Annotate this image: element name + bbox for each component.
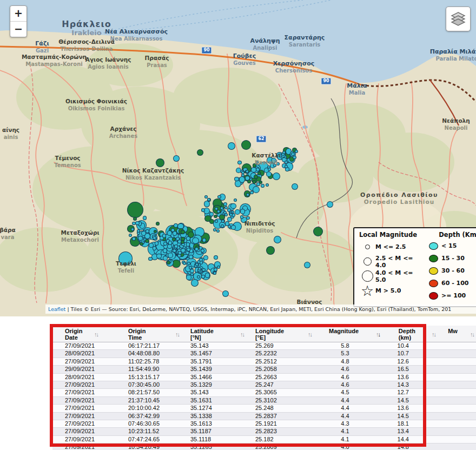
column-header-latitude[interactable]: Latitude[°N]↑↓ (187, 326, 252, 342)
earthquake-marker[interactable] (285, 165, 288, 168)
earthquake-marker[interactable] (186, 236, 190, 241)
column-header-mw[interactable]: ↑↓Mw↑↓ (425, 326, 476, 342)
earthquake-marker[interactable] (155, 241, 159, 246)
sort-icon[interactable]: ↑↓ (175, 328, 179, 338)
earthquake-marker[interactable] (255, 161, 259, 164)
earthquake-marker[interactable] (223, 202, 227, 206)
earthquake-marker[interactable] (201, 249, 204, 253)
earthquake-marker[interactable] (220, 207, 223, 210)
earthquake-marker[interactable] (246, 170, 249, 173)
earthquake-marker[interactable] (143, 216, 147, 220)
earthquake-marker[interactable] (162, 234, 166, 237)
earthquake-marker[interactable] (201, 275, 205, 279)
earthquake-marker[interactable] (163, 248, 167, 253)
earthquake-marker[interactable] (156, 158, 164, 167)
earthquake-marker[interactable] (246, 193, 249, 196)
earthquake-marker[interactable] (156, 254, 161, 259)
earthquake-marker[interactable] (215, 207, 218, 210)
earthquake-marker[interactable] (304, 262, 310, 268)
earthquake-marker[interactable] (239, 176, 245, 182)
earthquake-marker[interactable] (131, 228, 134, 231)
earthquake-marker[interactable] (228, 142, 235, 150)
earthquake-marker[interactable] (186, 242, 190, 246)
earthquake-marker[interactable] (138, 236, 143, 241)
earthquake-marker[interactable] (293, 156, 296, 159)
column-header-origin[interactable]: OriginTime↑↓ (116, 326, 187, 342)
earthquake-marker[interactable] (231, 225, 236, 230)
earthquake-marker[interactable] (127, 202, 143, 218)
earthquake-marker[interactable] (213, 272, 216, 275)
earthquake-marker[interactable] (163, 256, 168, 261)
earthquake-marker[interactable] (197, 149, 203, 156)
sort-icon[interactable]: ↑↓ (240, 328, 244, 338)
earthquake-marker[interactable] (292, 183, 298, 190)
sort-icon[interactable]: ↑↓ (94, 328, 98, 338)
earthquake-marker[interactable] (204, 201, 210, 207)
earthquake-marker[interactable] (266, 171, 272, 177)
earthquake-marker[interactable] (118, 252, 133, 266)
earthquake-marker[interactable] (253, 180, 256, 183)
earthquake-marker[interactable] (198, 267, 201, 270)
sort-icon[interactable]: ↑↓ (432, 328, 435, 338)
earthquake-marker[interactable] (221, 220, 224, 223)
zoom-out-button[interactable]: − (10, 22, 27, 37)
earthquake-marker[interactable] (285, 161, 288, 164)
layers-control-button[interactable] (446, 6, 471, 31)
sort-icon[interactable]: ↑↓ (470, 328, 474, 338)
earthquake-marker[interactable] (172, 237, 176, 241)
column-header-magnitude[interactable]: Magnitude↑↓ (325, 326, 385, 342)
earthquake-marker[interactable] (140, 242, 143, 246)
earthquake-marker[interactable] (174, 244, 178, 248)
earthquake-marker[interactable] (186, 275, 191, 280)
column-header-depth[interactable]: Depth(km) (385, 326, 425, 342)
sort-icon[interactable]: ↑↓ (376, 328, 380, 338)
earthquake-marker[interactable] (174, 223, 178, 228)
earthquake-marker[interactable] (295, 150, 298, 153)
earthquake-marker[interactable] (202, 238, 206, 242)
earthquake-marker[interactable] (201, 208, 204, 211)
earthquake-marker[interactable] (235, 209, 240, 215)
earthquake-marker[interactable] (266, 246, 275, 255)
earthquake-marker[interactable] (222, 290, 229, 297)
sort-icon[interactable]: ↑↓ (308, 328, 312, 338)
earthquake-marker[interactable] (261, 184, 264, 187)
earthquake-marker[interactable] (213, 228, 216, 231)
zoom-in-button[interactable]: + (10, 6, 27, 22)
earthquake-marker[interactable] (257, 171, 261, 175)
earthquake-marker[interactable] (229, 213, 233, 216)
earthquake-marker[interactable] (137, 229, 140, 233)
earthquake-marker[interactable] (167, 261, 170, 264)
earthquake-marker[interactable] (214, 215, 217, 218)
earthquake-marker[interactable] (146, 229, 149, 233)
earthquake-marker[interactable] (216, 229, 220, 233)
earthquake-marker[interactable] (153, 236, 156, 240)
earthquake-marker[interactable] (133, 217, 137, 221)
earthquake-marker[interactable] (247, 180, 251, 183)
earthquake-marker[interactable] (200, 261, 203, 264)
earthquake-marker[interactable] (230, 203, 236, 209)
earthquake-marker[interactable] (202, 268, 205, 272)
earthquake-marker[interactable] (241, 140, 251, 150)
earthquake-marker[interactable] (191, 279, 199, 287)
earthquake-marker[interactable] (189, 255, 193, 259)
earthquake-marker[interactable] (240, 215, 243, 219)
leaflet-map[interactable]: ΗράκλειοIrakleioΝέα ΑλικαρνασσόςNea Alik… (0, 0, 476, 316)
earthquake-marker[interactable] (154, 230, 157, 233)
earthquake-marker[interactable] (327, 201, 333, 208)
earthquake-marker[interactable] (173, 155, 180, 162)
earthquake-marker[interactable] (276, 162, 280, 166)
earthquake-marker[interactable] (274, 236, 281, 243)
earthquake-marker[interactable] (153, 246, 156, 250)
leaflet-link[interactable]: Leaflet (48, 306, 65, 312)
earthquake-marker[interactable] (254, 175, 258, 179)
column-header-longitude[interactable]: Longitude[°E]↑↓ (252, 326, 325, 342)
earthquake-marker[interactable] (163, 242, 167, 246)
earthquake-marker[interactable] (246, 216, 250, 220)
earthquake-marker[interactable] (148, 257, 153, 261)
earthquake-marker[interactable] (282, 151, 286, 154)
earthquake-marker[interactable] (241, 174, 244, 177)
earthquake-marker[interactable] (132, 222, 135, 225)
earthquake-marker[interactable] (271, 158, 276, 163)
earthquake-marker[interactable] (224, 213, 228, 216)
earthquake-marker[interactable] (313, 227, 323, 236)
